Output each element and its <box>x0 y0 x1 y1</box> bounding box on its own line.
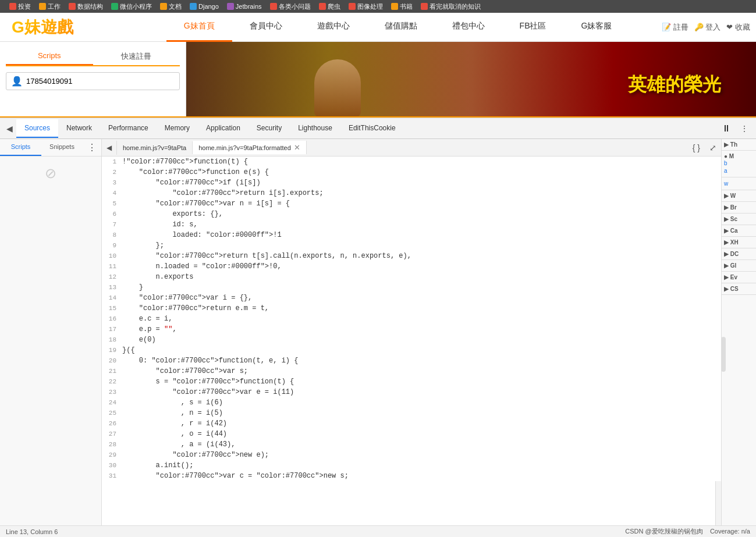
devtools-tab-editthiscookie[interactable]: EditThisCookie <box>340 119 404 138</box>
site-logo[interactable]: G妹遊戲 <box>6 16 134 38</box>
site-nav-item[interactable]: 會員中心 <box>232 12 300 42</box>
bookmark-item[interactable]: 爬虫 <box>315 1 344 12</box>
bookmark-item[interactable]: 文档 <box>157 1 185 12</box>
right-section-title: ▶ DC <box>724 251 754 257</box>
login-tab-member[interactable]: Scripts <box>6 48 93 65</box>
code-line: 3 "color:#7700cc">if (i[s]) <box>102 177 721 188</box>
bookmark-item[interactable]: 数据结构 <box>65 1 107 12</box>
right-panel-section[interactable]: ▶ Th <box>722 139 756 151</box>
website-header: G妹遊戲 G妹首頁會員中心遊戲中心儲值購點禮包中心FB社區G妹客服 📝 註冊 🔑… <box>0 13 756 42</box>
bookmark-label: 书籍 <box>400 2 413 11</box>
devtools-tab-lighthouse[interactable]: Lighthouse <box>290 119 340 138</box>
bookmark-item[interactable]: 投资 <box>6 1 34 12</box>
bookmark-item[interactable]: 各类小问题 <box>267 1 314 12</box>
code-line: 12 n.exports <box>102 272 721 282</box>
bookmark-item[interactable]: Django <box>186 2 222 11</box>
bookmark-label: Jetbrains <box>236 3 262 10</box>
site-nav-item[interactable]: FB社區 <box>502 12 564 42</box>
file-tab-controls: { } ⤢ <box>688 140 721 155</box>
login-link[interactable]: 🔑 登入 <box>694 22 721 33</box>
devtools-tab-performance[interactable]: Performance <box>100 119 157 138</box>
line-number: 5 <box>102 198 122 209</box>
format-btn[interactable]: { } <box>688 140 705 155</box>
line-number: 25 <box>102 408 122 418</box>
code-line: 14 "color:#7700cc">var i = {}, <box>102 293 721 303</box>
right-panel-section[interactable]: ▶ CS <box>722 283 756 295</box>
sidebar-tab-scripts[interactable]: Scripts <box>0 139 41 156</box>
file-tab-1[interactable]: home.min.js?v=9taPta <box>117 141 193 154</box>
sidebar-more-btn[interactable]: ⋮ <box>83 139 101 156</box>
file-tab-2[interactable]: home.min.js?v=9taPta:formatted ✕ <box>193 141 307 154</box>
devtools-tab-application[interactable]: Application <box>198 119 249 138</box>
devtools-body: Scripts Snippets ⋮ ⊘ ◀ home.min.js?v=9ta… <box>0 139 756 525</box>
expand-btn[interactable]: ⤢ <box>705 140 721 155</box>
right-panel-section[interactable]: ▶ XH <box>722 237 756 248</box>
code-line: 10 "color:#7700cc">return t[s].call(n.ex… <box>102 251 721 261</box>
code-line: 7 id: s, <box>102 219 721 230</box>
code-line: 4 "color:#7700cc">return i[s].exports; <box>102 188 721 198</box>
right-panel-item[interactable]: w <box>724 180 754 187</box>
site-nav-item[interactable]: G妹客服 <box>564 12 630 42</box>
devtools-tab-security[interactable]: Security <box>249 119 290 138</box>
bookmark-label: 工作 <box>48 2 61 11</box>
bookmark-label: 各类小问题 <box>279 2 311 11</box>
line-number: 28 <box>102 439 122 450</box>
code-line: 27 , o = i(44) <box>102 429 721 439</box>
code-editor[interactable]: 1!"color:#7700cc">function(t) {2 "color:… <box>102 157 721 481</box>
devtools-tab-sources[interactable]: Sources <box>16 119 58 138</box>
register-link[interactable]: 📝 註冊 <box>662 22 688 33</box>
site-nav-item[interactable]: 儲值購點 <box>367 12 435 42</box>
right-panel-item[interactable]: a <box>724 167 754 175</box>
login-input[interactable] <box>26 77 175 86</box>
devtools-right-panel: ▶ Th● Mbaw▶ W▶ Br▶ Sc▶ Ca▶ XH▶ DC▶ Gl▶ E… <box>721 139 756 525</box>
right-panel-section[interactable]: ▶ Ev <box>722 272 756 283</box>
line-number: 16 <box>102 314 122 324</box>
right-panel-section[interactable]: ▶ DC <box>722 248 756 260</box>
right-panel-section[interactable]: ▶ W <box>722 190 756 202</box>
devtools-tab-memory[interactable]: Memory <box>157 119 198 138</box>
site-nav-item[interactable]: 禮包中心 <box>435 12 502 42</box>
bookmark-item[interactable]: 工作 <box>36 1 64 12</box>
devtools-tab-network[interactable]: Network <box>58 119 100 138</box>
bookmark-item[interactable]: 微信小程序 <box>108 1 155 12</box>
devtools-panel: ◀ SourcesNetworkPerformanceMemoryApplica… <box>0 118 756 537</box>
line-number: 2 <box>102 167 122 177</box>
right-panel-section[interactable]: ▶ Gl <box>722 260 756 272</box>
line-number: 21 <box>102 366 122 376</box>
code-line: 29 "color:#7700cc">new e); <box>102 450 721 460</box>
file-tab-2-label: home.min.js?v=9taPta:formatted <box>198 144 291 151</box>
line-number: 7 <box>102 219 122 230</box>
site-nav-item[interactable]: 遊戲中心 <box>300 12 367 42</box>
right-panel-section[interactable]: ▶ Br <box>722 202 756 214</box>
right-panel-section[interactable]: ▶ Ca <box>722 225 756 237</box>
code-line: 16 e.c = i, <box>102 314 721 324</box>
site-nav-item[interactable]: G妹首頁 <box>166 12 232 42</box>
right-section-title: ▶ Ca <box>724 227 754 234</box>
right-scrollbar[interactable] <box>721 337 726 372</box>
bookmark-item[interactable]: 看完就取消的知识 <box>417 1 484 12</box>
bookmark-label: 图像处理 <box>357 2 383 11</box>
file-tab-nav-back[interactable]: ◀ <box>102 141 117 155</box>
bookmark-item[interactable]: 书籍 <box>388 1 416 12</box>
bookmark-item[interactable]: Jetbrains <box>223 2 265 11</box>
line-number: 17 <box>102 324 122 335</box>
devtools-pause-btn[interactable]: ⏸ <box>717 120 736 137</box>
devtools-tab-back[interactable]: ◀ <box>3 122 16 136</box>
file-tab-2-close[interactable]: ✕ <box>294 144 300 151</box>
favorites-link[interactable]: ❤ 收藏 <box>726 22 750 33</box>
right-panel-section[interactable]: w <box>722 177 756 190</box>
site-nav: G妹首頁會員中心遊戲中心儲值購點禮包中心FB社區G妹客服 <box>134 12 662 42</box>
code-line: 30 a.init(); <box>102 460 721 471</box>
code-line: 6 exports: {}, <box>102 209 721 219</box>
right-panel-item[interactable]: b <box>724 159 754 167</box>
login-tab-register[interactable]: 快速註冊 <box>93 48 180 65</box>
line-number: 8 <box>102 230 122 240</box>
right-panel-section[interactable]: ● Mba <box>722 151 756 177</box>
bookmark-item[interactable]: 图像处理 <box>345 1 386 12</box>
sidebar-tab-snippets[interactable]: Snippets <box>41 139 83 156</box>
line-number: 31 <box>102 471 122 481</box>
devtools-main: ◀ home.min.js?v=9taPta home.min.js?v=9ta… <box>102 139 721 525</box>
right-panel-section[interactable]: ▶ Sc <box>722 214 756 225</box>
right-section-title: ▶ Br <box>724 204 754 211</box>
devtools-settings-icon[interactable]: ⋮ <box>736 121 753 136</box>
